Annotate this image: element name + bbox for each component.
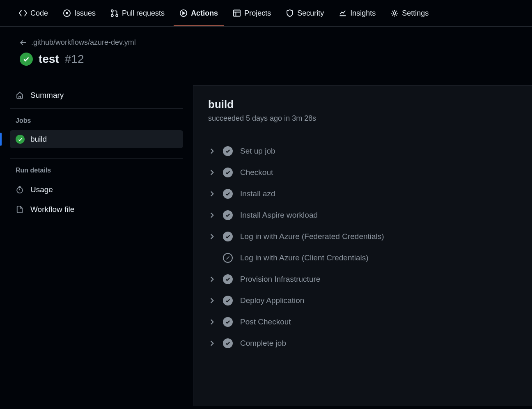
- step-row[interactable]: Log in with Azure (Federated Credentials…: [202, 226, 524, 247]
- step-row[interactable]: Set up job: [202, 140, 524, 162]
- svg-point-7: [393, 12, 396, 14]
- run-number: #12: [65, 53, 84, 66]
- svg-point-2: [111, 10, 113, 12]
- step-name: Checkout: [240, 168, 517, 177]
- step-row[interactable]: Deploy Application: [202, 290, 524, 311]
- check-icon: [223, 189, 233, 199]
- check-icon: [223, 296, 233, 306]
- tab-actions[interactable]: Actions: [174, 0, 224, 26]
- job-panel: build succeeded 5 days ago in 3m 28s Set…: [193, 85, 532, 406]
- tab-projects[interactable]: Projects: [227, 0, 277, 26]
- svg-point-4: [116, 14, 118, 16]
- sidebar-item-summary[interactable]: Summary: [10, 85, 183, 105]
- step-name: Deploy Application: [240, 296, 517, 305]
- step-row[interactable]: Complete job: [202, 333, 524, 354]
- tab-label: Projects: [244, 9, 271, 18]
- play-icon: [179, 9, 188, 17]
- check-icon: [223, 210, 233, 220]
- pr-icon: [110, 9, 119, 17]
- sidebar-item-label: Summary: [30, 91, 64, 100]
- job-title: build: [208, 98, 517, 111]
- step-name: Provision Infrastructure: [240, 275, 517, 284]
- step-row[interactable]: Install azd: [202, 183, 524, 204]
- tab-label: Insights: [350, 9, 376, 18]
- check-icon: [223, 338, 233, 348]
- step-row[interactable]: Install Aspire workload: [202, 204, 524, 226]
- tab-label: Issues: [74, 9, 96, 18]
- svg-rect-6: [234, 10, 240, 16]
- steps-list: Set up jobCheckoutInstall azdInstall Asp…: [193, 132, 532, 362]
- step-name: Post Checkout: [240, 317, 517, 326]
- sidebar-item-workflow-file[interactable]: Workflow file: [10, 200, 183, 219]
- sidebar-item-usage[interactable]: Usage: [10, 180, 183, 200]
- graph-icon: [339, 9, 347, 17]
- workflow-path: .github/workflows/azure-dev.yml: [31, 38, 136, 47]
- tab-insights[interactable]: Insights: [333, 0, 381, 26]
- sidebar: Summary Jobs build Run details Usage Wor…: [0, 85, 193, 406]
- step-row[interactable]: Post Checkout: [202, 311, 524, 333]
- tab-label: Settings: [402, 9, 429, 18]
- tab-code[interactable]: Code: [13, 0, 54, 26]
- gear-icon: [390, 9, 399, 17]
- tab-security[interactable]: Security: [280, 0, 330, 26]
- home-icon: [16, 91, 24, 99]
- svg-point-1: [66, 12, 68, 14]
- tab-label: Actions: [191, 9, 218, 18]
- step-name: Complete job: [240, 339, 517, 348]
- tab-label: Security: [297, 9, 324, 18]
- projects-icon: [233, 9, 241, 17]
- code-icon: [19, 9, 27, 17]
- step-name: Log in with Azure (Client Credentials): [240, 253, 517, 262]
- job-header: build succeeded 5 days ago in 3m 28s: [193, 86, 532, 132]
- job-label: build: [30, 135, 47, 144]
- check-icon: [223, 168, 233, 177]
- file-icon: [16, 205, 24, 214]
- sidebar-job-build[interactable]: build: [10, 130, 183, 148]
- check-icon: [223, 274, 233, 284]
- jobs-heading: Jobs: [10, 117, 183, 124]
- step-name: Log in with Azure (Federated Credentials…: [240, 232, 517, 241]
- run-title-row: test #12: [20, 53, 512, 66]
- issue-icon: [63, 9, 71, 17]
- arrow-left-icon: [20, 39, 27, 46]
- svg-point-3: [111, 14, 113, 16]
- run-header: .github/workflows/azure-dev.yml test #12: [0, 27, 532, 69]
- step-name: Install azd: [240, 189, 517, 198]
- sidebar-item-label: Workflow file: [30, 205, 74, 214]
- divider: [10, 158, 183, 159]
- shield-icon: [286, 9, 294, 17]
- step-row[interactable]: Provision Infrastructure: [202, 269, 524, 290]
- run-details-heading: Run details: [10, 167, 183, 174]
- breadcrumb[interactable]: .github/workflows/azure-dev.yml: [20, 38, 512, 47]
- step-row[interactable]: Checkout: [202, 162, 524, 183]
- tab-issues[interactable]: Issues: [57, 0, 101, 26]
- repo-tabs: Code Issues Pull requests Actions Projec…: [0, 0, 532, 27]
- job-status-success-icon: [16, 135, 25, 144]
- step-row[interactable]: Log in with Azure (Client Credentials): [202, 247, 524, 269]
- job-status-line: succeeded 5 days ago in 3m 28s: [208, 114, 517, 123]
- tab-pull-requests[interactable]: Pull requests: [105, 0, 170, 26]
- sidebar-item-label: Usage: [30, 185, 53, 194]
- step-name: Install Aspire workload: [240, 211, 517, 220]
- stopwatch-icon: [16, 186, 24, 194]
- check-icon: [223, 146, 233, 156]
- check-icon: [223, 232, 233, 241]
- tab-label: Pull requests: [122, 9, 165, 18]
- run-name: test: [39, 53, 59, 66]
- skip-icon: [223, 253, 233, 263]
- tab-settings[interactable]: Settings: [385, 0, 434, 26]
- tab-label: Code: [30, 9, 48, 18]
- divider: [10, 108, 183, 109]
- check-icon: [223, 317, 233, 327]
- step-name: Set up job: [240, 147, 517, 156]
- run-status-success-icon: [20, 53, 33, 66]
